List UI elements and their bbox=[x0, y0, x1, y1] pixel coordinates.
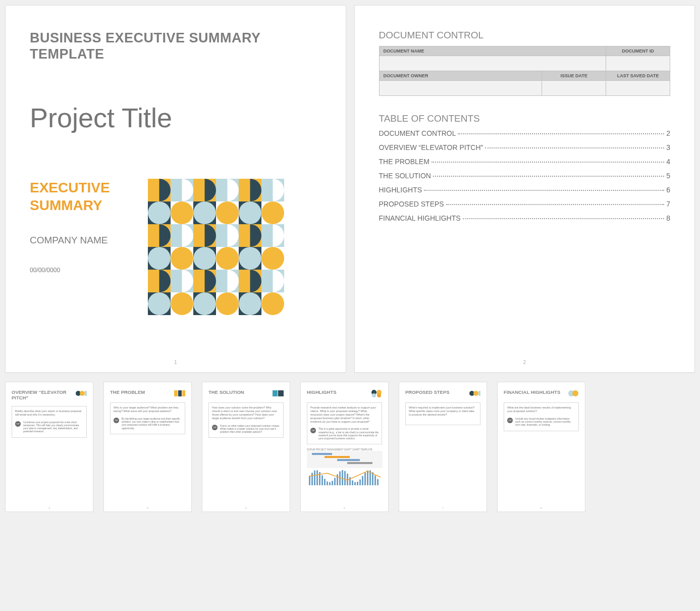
thumbnail-page[interactable]: FINANCIAL HIGHLIGHTSWhat are the ideal b… bbox=[497, 382, 585, 512]
thumbnail-header: PROPOSED STEPS bbox=[405, 389, 480, 397]
thumbnail-title: FINANCIAL HIGHLIGHTS bbox=[504, 389, 560, 395]
toc-entry-page: 6 bbox=[666, 186, 670, 194]
svg-rect-10 bbox=[347, 462, 372, 464]
svg-rect-33 bbox=[364, 473, 366, 485]
thumbnail-page[interactable]: THE SOLUTIONHow does your solution solve… bbox=[202, 382, 290, 512]
tip-text: Include any broad-strokes budgetary info… bbox=[515, 417, 575, 427]
thumbnail-page[interactable]: OVERVIEW “ELEVATOR PITCH”Briefly describ… bbox=[5, 382, 93, 512]
toc-entry-label: HIGHLIGHTS bbox=[379, 186, 422, 194]
td-issue-date bbox=[542, 81, 606, 96]
thumbnail-question: How does your solution solve the problem… bbox=[212, 406, 280, 420]
svg-rect-20 bbox=[332, 481, 333, 486]
svg-rect-13 bbox=[314, 471, 315, 485]
td-doc-name bbox=[379, 56, 606, 71]
td-doc-id bbox=[606, 56, 670, 71]
thumbnail-question: What's required to implement your busine… bbox=[409, 406, 477, 417]
svg-rect-24 bbox=[342, 470, 343, 485]
project-title: Project Title bbox=[30, 102, 321, 133]
svg-rect-17 bbox=[324, 479, 326, 486]
svg-rect-9 bbox=[337, 459, 360, 461]
toc-entry-page: 8 bbox=[666, 214, 670, 222]
svg-rect-38 bbox=[377, 479, 379, 485]
thumbnail-question: Who is your target audience? What proble… bbox=[114, 406, 182, 413]
thumbnail-body: What's required to implement your busine… bbox=[405, 402, 480, 425]
thumbnail-title: OVERVIEW “ELEVATOR PITCH” bbox=[12, 389, 74, 401]
thumbnail-question: Provide research and market analysis to … bbox=[310, 406, 379, 423]
thumbnail-page-number: 3 bbox=[6, 506, 93, 510]
svg-rect-25 bbox=[344, 471, 346, 485]
thumbnail-page[interactable]: THE PROBLEMWho is your target audience? … bbox=[103, 382, 192, 512]
toc-entry: THE SOLUTION 5 bbox=[379, 172, 671, 180]
svg-rect-7 bbox=[312, 453, 332, 455]
toc-entry: HIGHLIGHTS 6 bbox=[379, 186, 671, 194]
thumbnail-header: HIGHLIGHTS bbox=[307, 389, 382, 397]
svg-rect-19 bbox=[329, 482, 331, 485]
document-control-table: DOCUMENT NAME DOCUMENT ID DOCUMENT OWNER… bbox=[379, 46, 671, 96]
toc-dots bbox=[485, 147, 664, 148]
company-name: COMPANY NAME bbox=[30, 234, 131, 247]
toc-dots bbox=[432, 162, 664, 163]
thumbnail-page-number: 5 bbox=[202, 506, 290, 510]
document-preview-viewport: BUSINESS EXECUTIVE SUMMARY TEMPLATE Proj… bbox=[5, 5, 695, 512]
toc-entry: FINANCIAL HIGHLIGHTS 8 bbox=[379, 214, 671, 222]
section-icon bbox=[273, 389, 284, 397]
thumbnail-body: Briefly describe what your report or bus… bbox=[12, 406, 87, 438]
toc-entry-page: 3 bbox=[666, 143, 670, 151]
svg-rect-29 bbox=[354, 482, 356, 485]
tip-badge-icon: TIP bbox=[212, 425, 218, 430]
tip-text: By identifying your target audience and … bbox=[122, 417, 182, 430]
svg-rect-37 bbox=[374, 476, 376, 485]
toc-entry-page: 5 bbox=[666, 172, 670, 180]
toc-entry-label: THE SOLUTION bbox=[379, 172, 431, 180]
thumbnail-header: FINANCIAL HIGHLIGHTS bbox=[504, 389, 579, 397]
svg-rect-12 bbox=[311, 473, 313, 486]
thumbnail-page-number: 7 bbox=[399, 506, 487, 510]
svg-rect-34 bbox=[367, 471, 368, 485]
svg-rect-8 bbox=[325, 456, 350, 458]
thumbnail-question: What are the ideal business results of i… bbox=[507, 406, 575, 413]
thumbnail-header: THE SOLUTION bbox=[208, 389, 284, 397]
main-pages-row: BUSINESS EXECUTIVE SUMMARY TEMPLATE Proj… bbox=[5, 5, 695, 373]
svg-rect-28 bbox=[352, 481, 353, 486]
toc-dots bbox=[458, 133, 664, 134]
tip-badge-icon: TIP bbox=[114, 418, 119, 423]
th-doc-name: DOCUMENT NAME bbox=[379, 46, 606, 56]
thumbnail-page-number: 8 bbox=[498, 506, 585, 510]
toc-entry: THE PROBLEM 4 bbox=[379, 158, 671, 166]
toc-entry-label: DOCUMENT CONTROL bbox=[379, 129, 456, 137]
section-icon bbox=[76, 389, 87, 397]
tip-row: TIPInclude any broad-strokes budgetary i… bbox=[507, 417, 575, 427]
thumbnail-title: HIGHLIGHTS bbox=[307, 389, 337, 395]
svg-rect-22 bbox=[337, 475, 338, 486]
thumbnail-header: OVERVIEW “ELEVATOR PITCH” bbox=[12, 389, 87, 401]
thumbnail-page-number: 6 bbox=[301, 506, 388, 510]
td-doc-owner bbox=[379, 81, 542, 96]
document-control-heading: DOCUMENT CONTROL bbox=[379, 30, 671, 41]
tip-badge-icon: TIP bbox=[15, 421, 21, 427]
tip-row: TIPThis is a great opportunity to provid… bbox=[310, 427, 379, 440]
section-icon bbox=[371, 389, 382, 397]
toc-dots bbox=[446, 204, 665, 205]
cover-lower-row: EXECUTIVE SUMMARY COMPANY NAME 00/00/000… bbox=[30, 179, 321, 315]
toc-entry-page: 4 bbox=[666, 158, 670, 166]
tip-row: TIPBy identifying your target audience a… bbox=[114, 417, 182, 430]
toc-entry-label: FINANCIAL HIGHLIGHTS bbox=[379, 214, 461, 222]
cover-lower-left: EXECUTIVE SUMMARY COMPANY NAME 00/00/000… bbox=[30, 179, 131, 315]
page-1: BUSINESS EXECUTIVE SUMMARY TEMPLATE Proj… bbox=[5, 5, 346, 373]
thumbnail-page[interactable]: PROPOSED STEPSWhat's required to impleme… bbox=[399, 382, 487, 512]
thumbnail-title: THE SOLUTION bbox=[208, 389, 244, 395]
geometric-pattern-icon bbox=[148, 179, 284, 315]
page-number: 1 bbox=[6, 360, 346, 365]
tip-text: This is a great opportunity to provide a… bbox=[318, 427, 379, 440]
toc-entry-page: 2 bbox=[666, 129, 670, 137]
svg-rect-18 bbox=[327, 482, 328, 486]
svg-rect-14 bbox=[316, 471, 318, 486]
th-doc-owner: DOCUMENT OWNER bbox=[379, 71, 542, 81]
tip-badge-icon: TIP bbox=[310, 428, 316, 433]
toc-entry-label: OVERVIEW “ELEVATOR PITCH” bbox=[379, 143, 483, 151]
thumbnail-body: Provide research and market analysis to … bbox=[307, 402, 382, 444]
thumbnail-page[interactable]: HIGHLIGHTSProvide research and market an… bbox=[300, 382, 389, 512]
cover-graphic bbox=[148, 179, 284, 315]
thumbnail-page-number: 4 bbox=[104, 506, 191, 510]
svg-rect-32 bbox=[362, 476, 363, 485]
